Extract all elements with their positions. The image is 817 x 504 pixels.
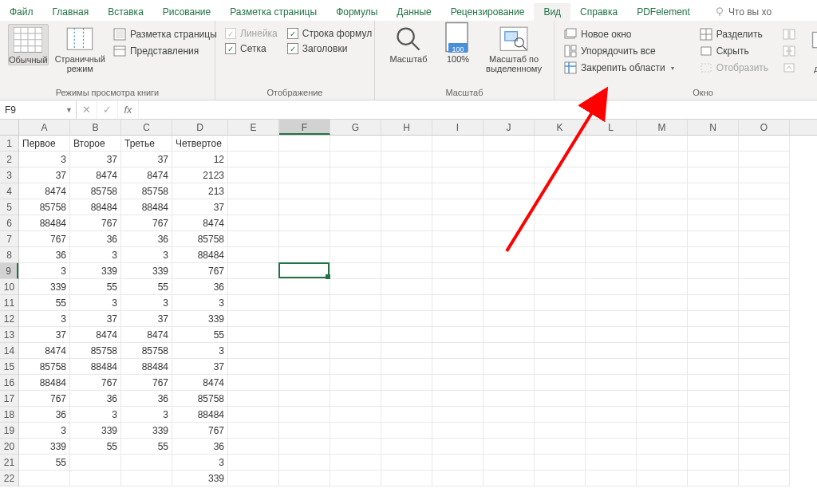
cell[interactable]: Четвертое xyxy=(172,136,228,152)
tab-рисование[interactable]: Рисование xyxy=(153,3,220,21)
cell[interactable] xyxy=(279,152,330,167)
cell[interactable] xyxy=(637,136,688,152)
cell[interactable] xyxy=(432,215,483,231)
cell[interactable] xyxy=(586,439,637,455)
cell[interactable] xyxy=(432,247,483,263)
tell-me-search[interactable]: Что вы хо xyxy=(705,3,781,21)
cell[interactable]: 36 xyxy=(172,439,228,455)
cell[interactable] xyxy=(330,327,381,343)
sync-scroll-button[interactable] xyxy=(781,44,797,58)
cell[interactable] xyxy=(586,375,637,391)
cell[interactable] xyxy=(535,327,586,343)
cell[interactable] xyxy=(739,439,790,455)
cell[interactable]: 3 xyxy=(121,407,172,423)
cell[interactable]: 55 xyxy=(121,439,172,455)
tab-данные[interactable]: Данные xyxy=(387,3,440,21)
cell[interactable] xyxy=(535,391,586,407)
cell[interactable] xyxy=(279,311,330,327)
cell[interactable]: 55 xyxy=(70,279,121,295)
cell[interactable] xyxy=(330,375,381,391)
tab-рецензирование[interactable]: Рецензирование xyxy=(441,3,535,21)
cell[interactable] xyxy=(228,439,279,455)
cell[interactable] xyxy=(535,471,586,486)
cell[interactable]: 339 xyxy=(172,311,228,327)
cell[interactable]: 88484 xyxy=(70,199,121,215)
row-header[interactable]: 10 xyxy=(0,279,18,295)
cell[interactable]: 339 xyxy=(70,263,121,279)
cell[interactable]: Третье xyxy=(121,136,172,152)
cell[interactable]: 88484 xyxy=(19,215,70,231)
column-header[interactable]: C xyxy=(121,120,172,135)
cell[interactable] xyxy=(279,215,330,231)
cell[interactable]: 85758 xyxy=(19,359,70,375)
cell[interactable] xyxy=(483,263,535,279)
cell[interactable] xyxy=(279,455,330,471)
column-header[interactable]: F xyxy=(279,120,330,135)
arrange-all-button[interactable]: Упорядочить все xyxy=(562,44,676,58)
column-header[interactable]: E xyxy=(228,120,279,135)
cell[interactable]: 3 xyxy=(70,247,121,263)
cell[interactable] xyxy=(279,167,330,183)
cell[interactable]: 339 xyxy=(70,423,121,439)
cell[interactable] xyxy=(228,311,279,327)
cell[interactable] xyxy=(637,391,688,407)
cell[interactable] xyxy=(739,279,790,295)
cell[interactable] xyxy=(228,295,279,311)
cell[interactable] xyxy=(228,375,279,391)
cell[interactable] xyxy=(432,199,483,215)
zoom-100-button[interactable]: 100 100% xyxy=(440,24,476,64)
cell[interactable]: 37 xyxy=(19,167,70,183)
cell[interactable] xyxy=(688,247,739,263)
cell[interactable] xyxy=(121,455,172,471)
cell[interactable] xyxy=(432,423,483,439)
cell[interactable] xyxy=(535,359,586,375)
cell[interactable]: 767 xyxy=(172,263,228,279)
cell[interactable] xyxy=(228,391,279,407)
cell[interactable]: 37 xyxy=(19,327,70,343)
column-header[interactable]: N xyxy=(688,120,739,135)
cell[interactable] xyxy=(381,263,432,279)
cell[interactable] xyxy=(739,215,790,231)
cell[interactable] xyxy=(228,215,279,231)
cell[interactable] xyxy=(330,407,381,423)
cell[interactable]: 55 xyxy=(19,295,70,311)
tab-главная[interactable]: Главная xyxy=(43,3,99,21)
cell[interactable]: Второе xyxy=(70,136,121,152)
cell[interactable] xyxy=(228,167,279,183)
column-header[interactable]: A xyxy=(19,120,70,135)
row-header[interactable]: 2 xyxy=(0,152,18,167)
cell[interactable]: 3 xyxy=(19,311,70,327)
cell[interactable]: 88484 xyxy=(19,375,70,391)
cell[interactable] xyxy=(535,167,586,183)
cell[interactable] xyxy=(330,247,381,263)
cell[interactable]: 55 xyxy=(19,455,70,471)
cell[interactable] xyxy=(381,375,432,391)
cell[interactable]: 36 xyxy=(121,231,172,247)
cell[interactable]: 8474 xyxy=(70,167,121,183)
cell[interactable] xyxy=(432,391,483,407)
cell[interactable]: 2123 xyxy=(172,167,228,183)
cell[interactable] xyxy=(637,455,688,471)
cell[interactable] xyxy=(535,311,586,327)
cell[interactable]: 88484 xyxy=(70,359,121,375)
cell[interactable] xyxy=(432,471,483,486)
chevron-down-icon[interactable]: ▼ xyxy=(65,106,73,114)
cell[interactable] xyxy=(586,311,637,327)
cell[interactable] xyxy=(739,407,790,423)
row-header[interactable]: 22 xyxy=(0,471,18,486)
cell[interactable] xyxy=(279,439,330,455)
cell[interactable] xyxy=(279,407,330,423)
tab-разметка страницы[interactable]: Разметка страницы xyxy=(220,3,326,21)
cell[interactable] xyxy=(279,183,330,199)
cell[interactable] xyxy=(279,471,330,486)
cell[interactable] xyxy=(381,343,432,359)
cell[interactable] xyxy=(279,391,330,407)
cell[interactable] xyxy=(688,343,739,359)
page-break-button[interactable]: Страничный режим xyxy=(55,24,105,73)
cell[interactable] xyxy=(228,136,279,152)
cell[interactable] xyxy=(688,423,739,439)
cell[interactable]: 767 xyxy=(121,375,172,391)
row-header[interactable]: 9 xyxy=(0,263,18,279)
cell[interactable] xyxy=(688,199,739,215)
row-header[interactable]: 21 xyxy=(0,455,18,471)
